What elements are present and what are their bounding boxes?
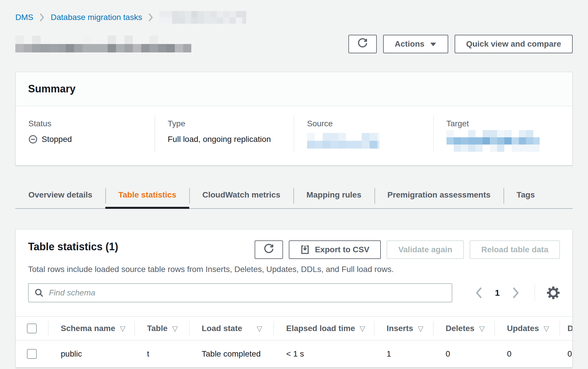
summary-body: Status Stopped Type Full load, ongoing r… — [16, 106, 572, 165]
tab-table-statistics[interactable]: Table statistics — [105, 189, 189, 208]
table-actions: Export to CSV Validate again Reload tabl… — [255, 240, 560, 259]
search-icon — [34, 288, 44, 297]
tab-tags[interactable]: Tags — [504, 189, 548, 208]
gear-icon — [547, 286, 560, 299]
quick-view-compare-button[interactable]: Quick view and compare — [455, 35, 573, 53]
current-page-number[interactable]: 1 — [495, 288, 500, 298]
cell-load-state: Table completed — [189, 341, 273, 367]
table-statistics-header: Table statistics (1) Export to CSV — [16, 229, 572, 316]
actions-button[interactable]: Actions — [383, 35, 448, 53]
caret-down-icon — [430, 39, 437, 49]
task-detail-tabs: Overview details Table statistics CloudW… — [15, 189, 573, 209]
table-toolbar: 1 — [28, 283, 560, 316]
summary-card: Summary Status Stopped Type Full load, o… — [15, 72, 573, 165]
column-header-elapsed-load-time[interactable]: Elapsed load time▽ — [273, 317, 374, 340]
header-actions: Actions Quick view and compare — [348, 35, 573, 53]
column-header-table[interactable]: Table▽ — [134, 317, 189, 340]
type-label: Type — [168, 119, 282, 128]
refresh-icon — [264, 244, 274, 256]
column-header-ddls[interactable]: DDLs▽ — [559, 317, 573, 340]
summary-field-target: Target — [433, 115, 573, 152]
tab-cloudwatch-metrics[interactable]: CloudWatch metrics — [189, 189, 293, 208]
source-label: Source — [307, 119, 422, 128]
summary-field-status: Status Stopped — [16, 115, 155, 152]
validate-again-label: Validate again — [398, 245, 452, 254]
page-header: Actions Quick view and compare — [15, 35, 573, 53]
summary-field-source: Source — [294, 115, 433, 152]
sort-icon[interactable]: ▽ — [257, 324, 262, 333]
quick-view-label: Quick view and compare — [466, 39, 561, 49]
sort-icon[interactable]: ▽ — [360, 324, 365, 333]
cell-ddls: 0 — [559, 341, 573, 367]
select-all-checkbox[interactable] — [27, 324, 37, 333]
cell-updates: 0 — [494, 341, 559, 367]
table-row: public t Table completed < 1 s 1 0 0 0 — [16, 341, 572, 367]
status-label: Status — [28, 119, 143, 128]
column-header-schema-name[interactable]: Schema name▽ — [48, 317, 134, 340]
cell-elapsed-load-time: < 1 s — [273, 341, 374, 367]
column-header-updates[interactable]: Updates▽ — [494, 317, 559, 340]
sort-icon[interactable]: ▽ — [418, 324, 423, 333]
target-label: Target — [446, 119, 561, 128]
export-csv-label: Export to CSV — [315, 245, 369, 254]
breadcrumb-dms[interactable]: DMS — [15, 13, 33, 22]
schema-search[interactable] — [28, 283, 452, 302]
validate-again-button[interactable]: Validate again — [387, 240, 464, 259]
type-value: Full load, ongoing replication — [168, 135, 282, 144]
summary-title: Summary — [28, 83, 560, 95]
column-header-deletes[interactable]: Deletes▽ — [433, 317, 494, 340]
refresh-button[interactable] — [348, 35, 377, 53]
status-value: Stopped — [42, 135, 72, 144]
reload-table-data-button[interactable]: Reload table data — [470, 240, 560, 259]
chevron-right-icon — [39, 13, 45, 22]
download-icon — [300, 245, 310, 254]
tab-mapping-rules[interactable]: Mapping rules — [293, 189, 374, 208]
sort-icon[interactable]: ▽ — [479, 324, 485, 333]
cell-table: t — [134, 341, 189, 367]
cell-schema-name: public — [48, 341, 134, 367]
next-page-button[interactable] — [510, 287, 522, 299]
summary-card-header: Summary — [16, 72, 572, 106]
search-input[interactable] — [48, 288, 446, 298]
sort-icon[interactable]: ▽ — [543, 324, 549, 333]
table-statistics-title: Table statistics (1) — [28, 240, 118, 253]
tab-premigration-assessments[interactable]: Premigration assessments — [374, 189, 504, 208]
row-select-cell — [16, 341, 48, 367]
chevron-right-icon — [148, 13, 154, 22]
task-name-redacted — [15, 36, 191, 52]
refresh-icon — [357, 38, 368, 50]
source-value-redacted[interactable] — [307, 133, 379, 149]
sort-icon[interactable]: ▽ — [120, 324, 125, 333]
export-csv-button[interactable]: Export to CSV — [289, 240, 381, 259]
table-header-row: Schema name▽ Table▽ Load state▽ Elapsed … — [16, 316, 572, 341]
table-statistics-card: Table statistics (1) Export to CSV — [15, 229, 573, 368]
reload-table-data-label: Reload table data — [481, 245, 548, 254]
breadcrumb-migration-tasks[interactable]: Database migration tasks — [51, 13, 142, 22]
select-all-cell — [16, 317, 48, 340]
table-refresh-button[interactable] — [255, 240, 283, 259]
column-header-load-state[interactable]: Load state▽ — [189, 317, 273, 340]
dms-task-page: DMS Database migration tasks Actions — [0, 0, 588, 368]
toolbar-divider — [534, 284, 535, 301]
actions-button-label: Actions — [395, 39, 425, 49]
cell-deletes: 0 — [433, 341, 494, 367]
stopped-icon — [28, 135, 38, 144]
row-checkbox[interactable] — [27, 349, 37, 359]
column-header-inserts[interactable]: Inserts▽ — [374, 317, 433, 340]
breadcrumb-task-name-redacted — [159, 11, 246, 24]
target-value-redacted[interactable] — [446, 130, 540, 152]
pagination: 1 — [473, 284, 560, 301]
table-statistics-description: Total rows include loaded source table r… — [28, 265, 560, 274]
breadcrumb: DMS Database migration tasks — [15, 0, 573, 24]
tab-overview-details[interactable]: Overview details — [15, 189, 105, 208]
sort-icon[interactable]: ▽ — [172, 324, 178, 333]
cell-inserts: 1 — [374, 341, 433, 367]
previous-page-button[interactable] — [473, 287, 484, 299]
table-settings-button[interactable] — [547, 286, 560, 299]
summary-field-type: Type Full load, ongoing replication — [155, 115, 294, 152]
